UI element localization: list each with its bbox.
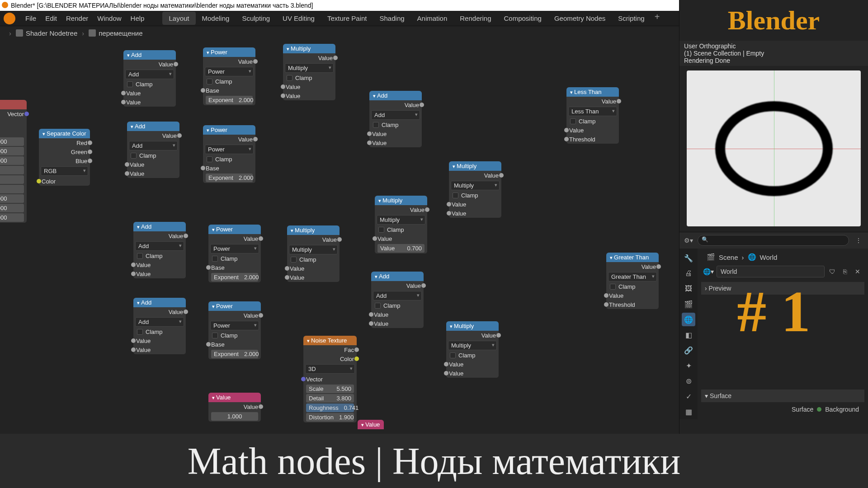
tab-shading[interactable]: Shading (373, 12, 411, 25)
clamp-checkbox[interactable]: Clamp (566, 117, 619, 126)
tab-compositing[interactable]: Compositing (498, 12, 548, 25)
input-threshold[interactable]: Threshold (606, 300, 659, 309)
roughness-field[interactable]: Roughness0.741 (306, 404, 354, 412)
node-header[interactable]: Add (371, 272, 424, 281)
tab-geonodes[interactable]: Geometry Nodes (548, 12, 612, 25)
tab-texpaint[interactable]: Texture Paint (321, 12, 373, 25)
node-add[interactable]: Add Value Add Clamp Value Value (133, 297, 186, 355)
input-value[interactable]: Value (369, 138, 422, 147)
node-add[interactable]: Add Value Add Clamp Value Value (123, 50, 176, 107)
op-dropdown[interactable]: Power (210, 321, 259, 330)
render-preview[interactable] (687, 70, 861, 226)
menu-window[interactable]: Window (97, 14, 121, 22)
input-value[interactable]: Value (375, 234, 427, 243)
node-value[interactable]: Value Value 1.000 (208, 392, 261, 422)
input-color[interactable]: Color (39, 177, 90, 186)
detail-field[interactable]: Detail3.800 (306, 394, 354, 403)
input-base[interactable]: Base (208, 263, 261, 272)
editor-type-icon[interactable]: ⚙▾ (684, 237, 693, 244)
input-value[interactable]: Value (446, 369, 499, 378)
node-multiply[interactable]: Multiply Value Multiply Clamp Value Valu… (283, 43, 336, 101)
bc-world[interactable]: World (760, 253, 778, 261)
input-value[interactable]: Value (566, 126, 619, 135)
tab-object-icon[interactable]: ◧ (682, 328, 695, 342)
input-value[interactable]: Value (133, 336, 186, 345)
output-vector[interactable]: Vector (0, 109, 27, 118)
node-multiply[interactable]: Multiply Value Multiply Clamp Value Valu… (448, 161, 502, 218)
tab-modeling[interactable]: Modeling (196, 12, 236, 25)
output-value[interactable]: Value (208, 402, 261, 411)
input-value[interactable]: Value (123, 98, 176, 107)
num-field[interactable]: 0° (0, 175, 24, 184)
search-input[interactable] (698, 235, 849, 246)
menu-render[interactable]: Render (66, 14, 88, 22)
filter-icon[interactable]: ⋮ (854, 235, 863, 245)
node-add[interactable]: Add Value Add Clamp Value Value (127, 121, 180, 178)
shield-icon[interactable]: 🛡 (827, 267, 837, 277)
op-dropdown[interactable]: Multiply (285, 63, 334, 73)
copy-icon[interactable]: ⎘ (840, 267, 850, 277)
num-field[interactable]: 0.000 (0, 137, 24, 146)
tab-world-icon[interactable]: 🌐 (682, 313, 695, 326)
node-header[interactable]: Value (208, 393, 261, 402)
output-value[interactable]: Value (123, 60, 176, 69)
num-field[interactable]: 0° (0, 166, 24, 174)
op-dropdown[interactable]: Multiply (289, 245, 338, 254)
node-header[interactable]: Multiply (287, 225, 340, 235)
output-value[interactable]: Value (287, 235, 340, 244)
input-value[interactable]: Value (371, 319, 424, 328)
output-value[interactable]: Value (133, 307, 186, 316)
tab-render-icon[interactable]: 🔧 (682, 251, 695, 265)
input-base[interactable]: Base (208, 340, 261, 349)
output-value[interactable]: Value (566, 97, 619, 106)
surface-value[interactable]: Background (825, 406, 859, 413)
clamp-checkbox[interactable]: Clamp (283, 74, 335, 82)
node-header[interactable]: Add (133, 222, 186, 231)
menu-file[interactable]: File (25, 14, 36, 22)
output-fac[interactable]: Fac (303, 345, 357, 354)
node-header[interactable]: Value (358, 420, 384, 429)
input-value[interactable]: Value (369, 129, 422, 138)
input-threshold[interactable]: Threshold (566, 135, 619, 144)
node-header[interactable]: Multiply (449, 161, 501, 171)
node-header[interactable]: Multiply (283, 44, 335, 53)
clamp-checkbox[interactable]: Clamp (287, 255, 340, 264)
op-dropdown[interactable]: Less Than (568, 107, 617, 116)
tab-modifiers-icon[interactable]: 🔗 (682, 343, 695, 357)
node-header[interactable]: Multiply (446, 321, 499, 331)
clamp-checkbox[interactable]: Clamp (208, 254, 261, 263)
exponent-field[interactable]: Exponent2.000 (206, 174, 253, 182)
clamp-checkbox[interactable]: Clamp (371, 301, 424, 310)
tab-physics-icon[interactable]: ⊚ (682, 374, 695, 388)
breadcrumb-group[interactable]: перемещение (99, 29, 142, 37)
linked-dot-icon[interactable] (817, 407, 821, 412)
world-icon[interactable]: 🌐▾ (703, 268, 714, 275)
input-value[interactable]: Value (449, 209, 501, 218)
output-value[interactable]: Value (203, 135, 255, 144)
node-multiply[interactable]: Multiply Value Multiply Clamp Value Valu… (446, 321, 499, 378)
input-value[interactable]: Value (283, 82, 335, 91)
dim-dropdown[interactable]: 3D (305, 364, 355, 374)
num-field[interactable]: 1.000 (0, 204, 24, 212)
num-field[interactable]: 0° (0, 185, 24, 193)
node-header[interactable]: Power (208, 301, 261, 311)
op-dropdown[interactable]: Add (125, 70, 174, 79)
node-header[interactable]: Power (203, 47, 255, 57)
exponent-field[interactable]: Exponent2.000 (206, 96, 253, 104)
clamp-checkbox[interactable]: Clamp (133, 328, 186, 336)
output-value[interactable]: Value (208, 311, 261, 320)
exponent-field[interactable]: Exponent2.000 (211, 273, 258, 282)
value-field[interactable]: Value0.700 (377, 244, 425, 253)
node-input[interactable]: Vector 0.000 0.000 0.000 0° 0° 0° 1.000 … (0, 99, 27, 223)
op-dropdown[interactable]: Multiply (451, 181, 500, 190)
node-value[interactable]: Value (357, 419, 384, 430)
output-value[interactable]: Value (127, 131, 179, 140)
node-header[interactable]: Separate Color (39, 129, 90, 138)
clamp-checkbox[interactable]: Clamp (375, 225, 427, 234)
menu-help[interactable]: Help (131, 14, 145, 22)
op-dropdown[interactable]: Multiply (377, 215, 425, 225)
output-value[interactable]: Value (369, 100, 422, 109)
node-lessthan[interactable]: Less Than Value Less Than Clamp Value Th… (566, 87, 619, 144)
clamp-checkbox[interactable]: Clamp (123, 80, 176, 89)
input-base[interactable]: Base (203, 86, 255, 95)
